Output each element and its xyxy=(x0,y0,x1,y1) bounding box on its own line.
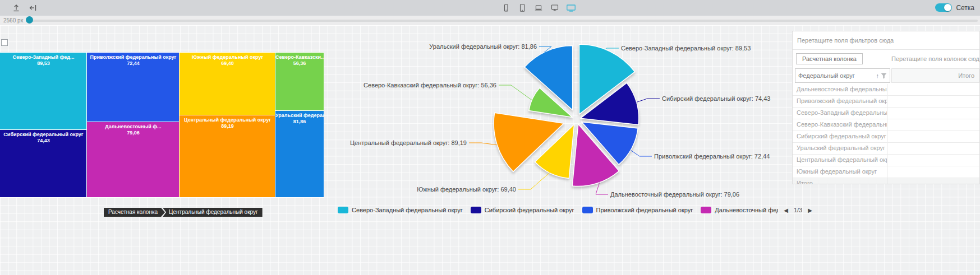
canvas-width-bar: 2560 px xyxy=(0,16,980,26)
treemap-tile-value: 74,43 xyxy=(0,138,87,143)
columns-dropzone[interactable]: Перетащите поля колонок сюда xyxy=(891,55,979,62)
legend-item[interactable]: Северо-Западный федеральный округ xyxy=(338,207,463,213)
pie-legend-items: Северо-Западный федеральный округСибирск… xyxy=(338,207,778,213)
pivot-row-label: Сибирский федеральный округ xyxy=(793,131,887,142)
sort-asc-icon[interactable]: ↑ xyxy=(876,72,880,79)
toggle-knob xyxy=(944,4,951,11)
measure-chip[interactable]: Расчетная колонка xyxy=(796,53,863,64)
legend-label: Сибирский федеральный округ xyxy=(485,207,574,213)
pie-label: Центральный федеральный округ: 89,19 xyxy=(350,139,467,146)
legend-swatch-icon xyxy=(701,207,711,213)
legend-item[interactable]: Сибирский федеральный округ xyxy=(471,207,574,213)
treemap: Северо-Западный фед...89,53Приволжский ф… xyxy=(0,53,324,197)
dashboard-canvas: Северо-Западный фед...89,53Приволжский ф… xyxy=(0,25,980,275)
pivot-row: Северо-Кавказский федеральный округ xyxy=(793,119,979,131)
treemap-tile[interactable]: Сибирский федеральный округ74,43 xyxy=(0,130,87,197)
pivot-row: Дальневосточный федеральный округ xyxy=(793,84,979,96)
legend-swatch-icon xyxy=(471,207,481,213)
legend-item[interactable]: Дальневосточный федеральный округ xyxy=(701,207,778,213)
treemap-tile-value: 89,19 xyxy=(180,123,275,129)
treemap-tooltip: Расчетная колонка Центральный федеральны… xyxy=(104,208,263,217)
device-desktop-icon[interactable] xyxy=(550,3,560,13)
pie-label-line xyxy=(605,48,619,49)
treemap-tile-value: 79,06 xyxy=(87,130,180,136)
tooltip-field: Расчетная колонка xyxy=(104,208,165,217)
pivot-row-label: Приволжский федеральный округ xyxy=(793,96,887,107)
pivot-row-label: Центральный федеральный округ xyxy=(793,155,887,166)
treemap-tile-label: Уральский федеральный округ xyxy=(275,113,324,119)
treemap-tile-value: 69,40 xyxy=(180,60,275,66)
export-icon[interactable] xyxy=(11,3,21,13)
pivot-row-label: Северо-Западный федеральный округ xyxy=(793,108,887,119)
pie-legend: Северо-Западный федеральный округСибирск… xyxy=(348,207,802,213)
device-preview-switcher xyxy=(501,3,576,13)
pivot-row: Южный федеральный округ xyxy=(793,166,979,178)
treemap-tile-label: Северо-Кавказски... xyxy=(275,54,324,60)
row-field-header[interactable]: Федеральный округ ↑ xyxy=(795,68,890,83)
treemap-tile[interactable]: Уральский федеральный округ81,86 xyxy=(275,111,324,197)
grid-toggle-group: Сетка xyxy=(935,3,974,12)
legend-page-label: 1/3 xyxy=(794,207,802,213)
pivot-row: Уральский федеральный округ xyxy=(793,143,979,155)
fields-row: Расчетная колонка Перетащите поля колоно… xyxy=(793,50,979,68)
pivot-panel: Перетащите поля фильтров сюда Расчетная … xyxy=(792,31,980,184)
treemap-tile[interactable]: Дальневосточный ф...79,06 xyxy=(87,122,180,197)
pivot-rows: Дальневосточный федеральный округПриволж… xyxy=(793,84,979,184)
total-column-header: Итого xyxy=(891,68,979,83)
pivot-row: Итого xyxy=(793,178,979,184)
collapse-left-icon[interactable] xyxy=(28,3,38,13)
filters-placeholder: Перетащите поля фильтров сюда xyxy=(797,37,894,44)
pivot-row-label: Южный федеральный округ xyxy=(793,166,887,178)
row-field-label: Федеральный округ xyxy=(798,72,876,79)
pivot-row-label: Северо-Кавказский федеральный округ xyxy=(793,119,887,130)
pivot-row-label: Дальневосточный федеральный округ xyxy=(793,84,887,95)
tooltip-value: Центральный федеральный округ xyxy=(163,208,263,217)
pie-chart: Северо-Западный федеральный округ: 89,53… xyxy=(348,25,802,210)
pivot-row-label: Уральский федеральный округ xyxy=(793,143,887,154)
pie-label-line xyxy=(499,85,532,100)
pie-label-line xyxy=(518,173,550,189)
treemap-tile-label: Сибирский федеральный округ xyxy=(0,132,87,138)
treemap-tile[interactable]: Приволжский федеральный округ72,44 xyxy=(87,53,180,122)
pie-label: Сибирский федеральный округ: 74,43 xyxy=(662,95,770,102)
device-laptop-icon[interactable] xyxy=(533,3,544,13)
top-toolbar: Сетка xyxy=(0,0,980,16)
device-tablet-icon[interactable] xyxy=(517,3,527,13)
treemap-tile[interactable]: Северо-Кавказски...56,36 xyxy=(275,53,324,111)
treemap-tile[interactable]: Северо-Западный фед...89,53 xyxy=(0,53,87,130)
dashboard-designer: Сетка 2560 px Северо-Западный фед...89,5… xyxy=(0,0,980,275)
pie-label: Уральский федеральный округ: 81,86 xyxy=(429,43,537,50)
device-phone-icon[interactable] xyxy=(501,3,511,13)
legend-prev-icon[interactable]: ◀ xyxy=(784,207,788,213)
legend-swatch-icon xyxy=(582,207,593,213)
pie-label-line xyxy=(637,99,660,102)
pie-label: Северо-Кавказский федеральный округ: 56,… xyxy=(364,82,496,88)
treemap-tile[interactable]: Центральный федеральный округ89,19 xyxy=(180,115,275,197)
legend-item[interactable]: Приволжский федеральный округ xyxy=(582,207,693,213)
pivot-row-label: Итого xyxy=(793,178,887,184)
widget-handle-icon[interactable] xyxy=(1,39,8,46)
pivot-row: Приволжский федеральный округ xyxy=(793,96,979,108)
legend-next-icon[interactable]: ▶ xyxy=(808,207,812,213)
filters-dropzone[interactable]: Перетащите поля фильтров сюда xyxy=(793,31,979,50)
width-slider-track[interactable] xyxy=(27,20,978,22)
pivot-row: Сибирский федеральный округ xyxy=(793,131,979,143)
filter-funnel-icon[interactable] xyxy=(881,73,887,79)
pie-label-line xyxy=(469,143,497,145)
width-slider-thumb[interactable] xyxy=(26,16,33,24)
treemap-tile[interactable]: Южный федеральный округ69,40 xyxy=(180,53,275,115)
pivot-header-row: Федеральный округ ↑ Итого xyxy=(793,68,979,84)
pie-label: Южный федеральный округ: 69,40 xyxy=(417,186,516,193)
pie-label: Приволжский федеральный округ: 72,44 xyxy=(654,153,770,160)
treemap-tile-value: 81,86 xyxy=(275,119,324,124)
pivot-row: Северо-Западный федеральный округ xyxy=(793,108,979,119)
treemap-tile-value: 72,44 xyxy=(87,60,180,66)
legend-label: Приволжский федеральный округ xyxy=(596,207,693,213)
treemap-tile-value: 56,36 xyxy=(275,60,324,66)
treemap-tile-value: 89,53 xyxy=(0,60,87,66)
grid-toggle[interactable] xyxy=(935,3,952,12)
pie-label: Дальневосточный федеральный округ: 79,06 xyxy=(610,191,739,198)
legend-label: Северо-Западный федеральный округ xyxy=(352,207,463,213)
pie-label-line xyxy=(631,150,652,156)
device-large-monitor-icon[interactable] xyxy=(566,3,576,13)
